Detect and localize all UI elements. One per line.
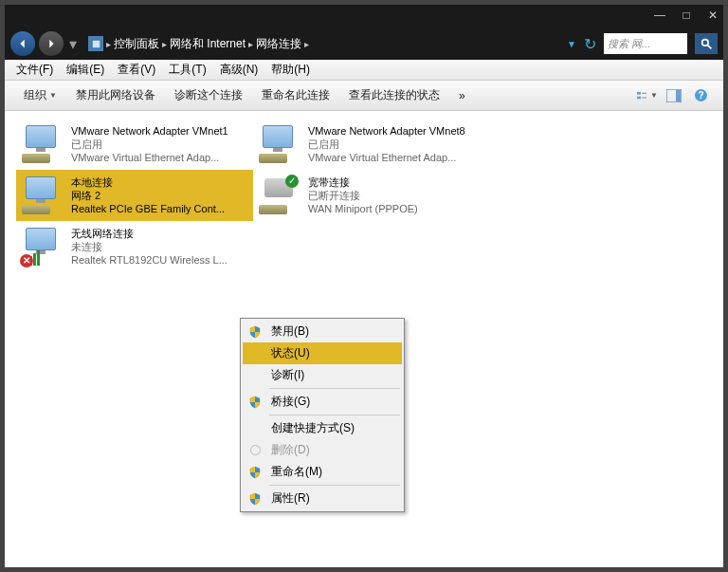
ok-badge-icon: ✓ (285, 175, 299, 188)
breadcrumb-item[interactable]: 控制面板 (114, 36, 159, 52)
context-menu-item[interactable]: 禁用(B) (243, 321, 402, 342)
connection-name: VMware Network Adapter VMnet1 (71, 124, 228, 138)
window: — □ ✕ ▾ ▸ 控制面板 ▸ 网络和 Internet ▸ 网络连接 ▸ ▼… (5, 5, 723, 567)
arrow-left-icon (16, 37, 29, 50)
context-menu-label: 禁用(B) (271, 323, 309, 340)
shield-icon (248, 325, 262, 339)
context-menu-label: 属性(R) (271, 490, 310, 507)
breadcrumb-item[interactable]: 网络和 Internet (170, 36, 246, 52)
connection-device: Realtek PCIe GBE Family Cont... (71, 202, 225, 215)
connection-name: 本地连接 (71, 175, 225, 189)
context-menu-item[interactable]: 创建快捷方式(S) (243, 417, 402, 439)
context-menu-item[interactable]: 重命名(M) (243, 461, 402, 483)
context-menu-label: 删除(D) (271, 442, 310, 458)
breadcrumb-item[interactable]: 网络连接 (256, 36, 301, 52)
connection-item[interactable]: VMware Network Adapter VMnet1已启用VMware V… (16, 119, 253, 170)
svg-text:?: ? (698, 90, 703, 101)
view-options-button[interactable]: ▼ (637, 85, 658, 106)
svg-rect-8 (676, 90, 681, 101)
arrow-right-icon (45, 37, 58, 50)
disconnected-badge-icon: ✕ (20, 254, 33, 268)
svg-rect-0 (92, 40, 100, 48)
breadcrumb[interactable]: ▸ 控制面板 ▸ 网络和 Internet ▸ 网络连接 ▸ (82, 36, 563, 52)
connection-device: WAN Miniport (PPPOE) (308, 202, 418, 215)
connection-item[interactable]: ✕无线网络连接未连接Realtek RTL8192CU Wireless L..… (16, 221, 253, 272)
nav-history-dropdown[interactable]: ▾ (67, 35, 79, 53)
connection-icon: ✓ (257, 175, 302, 216)
minimize-button[interactable]: — (653, 9, 666, 23)
connection-status: 已启用 (308, 138, 465, 151)
menu-view[interactable]: 查看(V) (112, 60, 161, 80)
context-menu-label: 创建快捷方式(S) (271, 420, 355, 436)
menu-file[interactable]: 文件(F) (10, 60, 59, 80)
context-menu-label: 重命名(M) (271, 464, 322, 480)
connection-icon: ✕ (20, 226, 65, 268)
toolbar-rename[interactable]: 重命名此连接 (252, 84, 339, 106)
shield-icon (248, 396, 262, 409)
context-menu-item: 删除(D) (243, 439, 402, 461)
connection-text: 本地连接网络 2Realtek PCIe GBE Family Cont... (71, 175, 225, 215)
connection-device: VMware Virtual Ethernet Adap... (71, 151, 228, 164)
search-icon (701, 38, 713, 50)
chevron-right-icon: ▸ (304, 39, 309, 49)
shield-icon (248, 492, 262, 506)
titlebar: — □ ✕ (5, 5, 723, 28)
connection-status: 网络 2 (71, 189, 225, 202)
connection-text: VMware Network Adapter VMnet8已启用VMware V… (308, 124, 465, 164)
connection-item[interactable]: VMware Network Adapter VMnet8已启用VMware V… (253, 119, 490, 170)
connection-icon (20, 175, 65, 216)
connection-status: 已断开连接 (308, 189, 418, 202)
connection-name: VMware Network Adapter VMnet8 (308, 124, 465, 138)
menu-separator (269, 485, 400, 486)
close-button[interactable]: ✕ (706, 9, 719, 23)
back-button[interactable] (10, 31, 35, 56)
connection-text: 无线网络连接未连接Realtek RTL8192CU Wireless L... (71, 227, 228, 267)
menubar: 文件(F) 编辑(E) 查看(V) 工具(T) 高级(N) 帮助(H) (5, 60, 723, 81)
context-menu-item[interactable]: 属性(R) (243, 488, 402, 509)
connection-item[interactable]: 本地连接网络 2Realtek PCIe GBE Family Cont... (16, 170, 253, 221)
connection-icon (257, 123, 302, 165)
refresh-button[interactable]: ↻ (584, 35, 596, 53)
connection-text: VMware Network Adapter VMnet1已启用VMware V… (71, 124, 228, 164)
search-button[interactable] (695, 33, 718, 54)
navbar: ▾ ▸ 控制面板 ▸ 网络和 Internet ▸ 网络连接 ▸ ▼ ↻ 搜索 … (5, 28, 723, 60)
connection-item[interactable]: ✓宽带连接已断开连接WAN Miniport (PPPOE) (253, 170, 490, 221)
preview-pane-button[interactable] (664, 85, 684, 106)
chevron-right-icon: ▸ (248, 39, 253, 49)
toolbar-overflow[interactable]: » (449, 86, 475, 105)
menu-advanced[interactable]: 高级(N) (214, 60, 264, 80)
help-button[interactable]: ? (690, 85, 711, 106)
connection-device: Realtek RTL8192CU Wireless L... (71, 253, 228, 267)
toolbar-diagnose[interactable]: 诊断这个连接 (165, 84, 252, 106)
connection-name: 宽带连接 (308, 175, 418, 189)
context-menu-label: 诊断(I) (271, 367, 304, 383)
connection-text: 宽带连接已断开连接WAN Miniport (PPPOE) (308, 175, 418, 215)
menu-help[interactable]: 帮助(H) (265, 60, 316, 80)
context-menu-label: 桥接(G) (271, 394, 310, 410)
connection-device: VMware Virtual Ethernet Adap... (308, 151, 465, 164)
organize-button[interactable]: 组织▼ (14, 84, 66, 106)
delete-icon (250, 445, 261, 455)
menu-tools[interactable]: 工具(T) (163, 60, 211, 80)
svg-line-2 (707, 45, 711, 48)
context-menu-item[interactable]: 状态(U) (243, 342, 402, 364)
svg-point-1 (701, 39, 708, 46)
chevron-right-icon: ▸ (162, 39, 167, 49)
address-dropdown-icon[interactable]: ▼ (567, 39, 576, 49)
maximize-button[interactable]: □ (680, 9, 693, 23)
chevron-right-icon: ▸ (106, 39, 111, 49)
shield-icon (248, 466, 262, 479)
search-input[interactable]: 搜索 网... (604, 33, 687, 54)
toolbar-disable[interactable]: 禁用此网络设备 (66, 84, 165, 106)
forward-button[interactable] (39, 31, 64, 56)
svg-rect-4 (637, 96, 641, 99)
context-menu: 禁用(B)状态(U)诊断(I)桥接(G)创建快捷方式(S)删除(D)重命名(M)… (240, 318, 405, 512)
control-panel-icon (88, 36, 103, 51)
connection-status: 已启用 (71, 138, 228, 151)
connection-icon (20, 123, 65, 165)
toolbar-status[interactable]: 查看此连接的状态 (339, 84, 449, 106)
context-menu-label: 状态(U) (271, 345, 310, 361)
menu-edit[interactable]: 编辑(E) (61, 60, 110, 80)
context-menu-item[interactable]: 诊断(I) (243, 364, 402, 386)
context-menu-item[interactable]: 桥接(G) (243, 391, 402, 413)
